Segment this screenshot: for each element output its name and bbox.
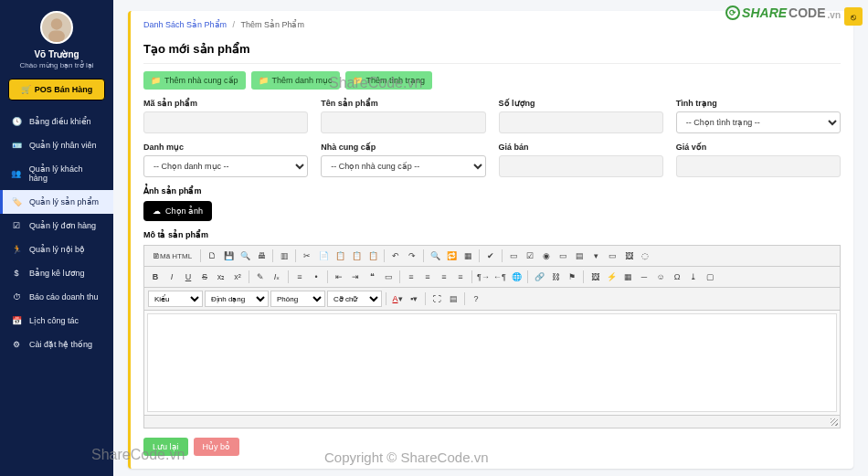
editor-textarea-button[interactable]: ▤ (572, 249, 587, 263)
editor-radio-button[interactable]: ◉ (539, 249, 554, 263)
editor-div-button[interactable]: ▭ (381, 270, 396, 284)
sidebar-item-payroll[interactable]: $Bảng kê lương (0, 261, 113, 285)
editor-paste-word-button[interactable]: 📋 (365, 249, 380, 263)
editor-undo-button[interactable]: ↶ (388, 249, 403, 263)
editor-showblocks-button[interactable]: ▤ (446, 291, 460, 306)
editor-spellcheck-button[interactable]: ✔ (483, 249, 498, 263)
sidebar-item-internal[interactable]: 🏃Quản lý nội bộ (0, 238, 113, 261)
editor-link-button[interactable]: 🔗 (532, 270, 546, 284)
editor-print-button[interactable]: 🖶 (254, 249, 269, 263)
add-category-button[interactable]: 📁Thêm danh mục (251, 71, 340, 90)
editor-indent-button[interactable]: ⇥ (348, 270, 363, 284)
editor-hidden-button[interactable]: ◌ (638, 249, 652, 263)
editor-select-button[interactable]: ▾ (588, 249, 603, 263)
editor-font-select[interactable]: Phông (270, 291, 325, 307)
sidebar-item-customers[interactable]: 👥Quản lý khách hàng (0, 157, 113, 190)
cancel-button[interactable]: Hủy bỏ (194, 438, 240, 456)
sidebar-item-dashboard[interactable]: 🕓Bảng điều khiển (0, 110, 113, 133)
avatar[interactable] (40, 11, 73, 44)
editor-language-button[interactable]: 🌐 (509, 270, 524, 284)
editor-size-select[interactable]: Cỡ chữ (327, 291, 382, 307)
input-qty[interactable] (499, 111, 663, 133)
save-button[interactable]: Lưu lại (143, 438, 188, 456)
logout-button[interactable]: ⎋ (844, 7, 863, 26)
editor-unlink-button[interactable]: ⛓ (548, 270, 563, 284)
pos-button[interactable]: 🛒 POS Bán Hàng (8, 79, 105, 100)
editor-replace-button[interactable]: 🔁 (444, 249, 459, 263)
editor-form-button[interactable]: ▭ (506, 249, 521, 263)
editor-selectall-button[interactable]: ▦ (460, 249, 475, 263)
editor-new-button[interactable]: 🗋 (205, 249, 219, 263)
sidebar-item-products[interactable]: 🏷️Quản lý sản phẩm (0, 190, 113, 214)
sidebar-item-calendar[interactable]: 📅Lịch công tác (0, 309, 113, 333)
select-category[interactable]: -- Chọn danh mục -- (143, 155, 308, 177)
sidebar-item-settings[interactable]: ⚙Cài đặt hệ thống (0, 333, 113, 356)
editor-textcolor-button[interactable]: A▾ (390, 291, 405, 306)
editor-image-button[interactable]: 🖼 (587, 270, 602, 284)
sidebar-item-staff[interactable]: 🪪Quản lý nhân viên (0, 133, 113, 157)
tag-icon: 🏷️ (11, 197, 22, 206)
editor-outdent-button[interactable]: ⇤ (332, 270, 346, 284)
editor-underline-button[interactable]: U (181, 270, 196, 284)
editor-copyformat-button[interactable]: ✎ (253, 270, 268, 284)
select-status[interactable]: -- Chọn tình trạng -- (676, 111, 841, 133)
editor-alignright-button[interactable]: ≡ (437, 270, 451, 284)
editor-strike-button[interactable]: S (197, 270, 212, 284)
editor-rtl-button[interactable]: ←¶ (492, 270, 507, 284)
editor-paste-text-button[interactable]: 📋 (349, 249, 364, 263)
editor-removeformat-button[interactable]: Iₓ (270, 270, 284, 284)
editor-specialchar-button[interactable]: Ω (670, 270, 684, 284)
add-status-button[interactable]: 📁Thêm tình trạng (345, 71, 433, 90)
editor-bulletlist-button[interactable]: • (309, 270, 323, 284)
input-name[interactable] (321, 111, 485, 133)
sidebar-item-orders[interactable]: ☑Quản lý đơn hàng (0, 214, 113, 238)
editor-subscript-button[interactable]: x₂ (214, 270, 228, 284)
editor-bgcolor-button[interactable]: ▪▾ (407, 291, 421, 306)
sidebar-item-label: Quản lý sản phẩm (29, 197, 99, 206)
editor-pagebreak-button[interactable]: ⤓ (686, 270, 701, 284)
editor-quote-button[interactable]: ❝ (365, 270, 379, 284)
svg-rect-1 (48, 31, 65, 42)
editor-table-button[interactable]: ▦ (620, 270, 635, 284)
editor-resize-handle[interactable] (144, 415, 840, 428)
editor-cut-button[interactable]: ✂ (300, 249, 314, 263)
breadcrumb-parent[interactable]: Danh Sách Sản Phẩm (143, 20, 227, 29)
editor-button-button[interactable]: ▭ (605, 249, 619, 263)
editor-bold-button[interactable]: B (148, 270, 163, 284)
editor-source-button[interactable]: 🖹 Mã HTML (148, 249, 196, 263)
editor-superscript-button[interactable]: x² (230, 270, 245, 284)
editor-aligncenter-button[interactable]: ≡ (420, 270, 435, 284)
editor-alignleft-button[interactable]: ≡ (404, 270, 418, 284)
editor-smiley-button[interactable]: ☺ (653, 270, 668, 284)
editor-templates-button[interactable]: ▥ (277, 249, 291, 263)
editor-redo-button[interactable]: ↷ (405, 249, 419, 263)
sidebar-item-report[interactable]: ⏱Báo cáo doanh thu (0, 285, 113, 309)
editor-ltr-button[interactable]: ¶→ (476, 270, 491, 284)
editor-maximize-button[interactable]: ⛶ (429, 291, 444, 306)
editor-textfield-button[interactable]: ▭ (556, 249, 570, 263)
editor-imagebutton-button[interactable]: 🖼 (621, 249, 636, 263)
input-price[interactable] (499, 155, 663, 177)
editor-italic-button[interactable]: I (164, 270, 179, 284)
editor-hr-button[interactable]: ─ (637, 270, 651, 284)
editor-find-button[interactable]: 🔍 (428, 249, 442, 263)
editor-iframe-button[interactable]: ▢ (703, 270, 717, 284)
editor-style-select[interactable]: Kiểu (148, 291, 203, 307)
editor-format-select[interactable]: Định dạng (205, 291, 269, 307)
editor-anchor-button[interactable]: ⚑ (565, 270, 579, 284)
editor-save-button[interactable]: 💾 (221, 249, 236, 263)
editor-alignjustify-button[interactable]: ≡ (453, 270, 468, 284)
editor-copy-button[interactable]: 📄 (316, 249, 331, 263)
editor-preview-button[interactable]: 🔍 (238, 249, 252, 263)
input-code[interactable] (143, 111, 308, 133)
editor-flash-button[interactable]: ⚡ (604, 270, 619, 284)
editor-paste-button[interactable]: 📋 (333, 249, 347, 263)
select-supplier[interactable]: -- Chọn nhà cung cấp -- (321, 155, 485, 177)
choose-image-button[interactable]: ☁ Chọn ảnh (143, 201, 212, 221)
add-supplier-button[interactable]: 📁Thêm nhà cung cấp (143, 71, 246, 90)
editor-about-button[interactable]: ? (469, 291, 483, 306)
editor-numberedlist-button[interactable]: ≡ (292, 270, 307, 284)
input-cost[interactable] (676, 155, 841, 177)
editor-checkbox-button[interactable]: ☑ (523, 249, 537, 263)
editor-body[interactable] (147, 313, 837, 412)
